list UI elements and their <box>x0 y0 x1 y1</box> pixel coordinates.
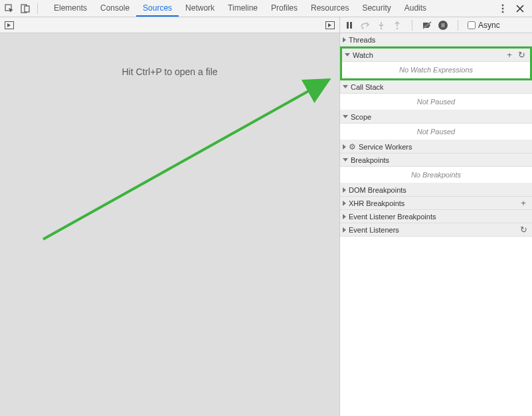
main-split: Hit Ctrl+P to open a file II <box>0 17 532 416</box>
panel-label: Call Stack <box>351 83 528 91</box>
panel-label: Service Workers <box>359 143 528 151</box>
panel-callstack[interactable]: Call Stack <box>340 80 532 94</box>
add-watch-icon[interactable]: + <box>505 51 514 59</box>
expand-icon <box>343 187 346 193</box>
inspect-element-icon[interactable] <box>4 3 15 14</box>
panel-watch[interactable]: Watch + ↻ <box>342 49 530 62</box>
panel-event-listener-breakpoints[interactable]: Event Listener Breakpoints <box>340 210 532 223</box>
collapse-icon <box>343 158 348 161</box>
panel-event-listeners[interactable]: Event Listeners ↻ <box>340 223 532 237</box>
async-checkbox[interactable]: Async <box>468 21 500 30</box>
tab-security[interactable]: Security <box>355 0 397 17</box>
add-xhr-breakpoint-icon[interactable]: + <box>519 199 528 207</box>
close-icon[interactable] <box>515 3 525 14</box>
async-checkbox-input[interactable] <box>468 21 476 29</box>
callstack-empty-state: Not Paused <box>340 94 532 110</box>
editor-toolbar <box>0 17 339 33</box>
step-into-icon[interactable] <box>376 20 387 31</box>
collapse-icon <box>345 53 350 56</box>
panel-label: Event Listeners <box>349 226 516 234</box>
step-over-icon[interactable] <box>360 20 371 31</box>
separator <box>37 3 38 14</box>
collapse-icon <box>343 115 348 118</box>
svg-point-4 <box>502 7 504 9</box>
panel-xhr-breakpoints[interactable]: XHR Breakpoints + <box>340 197 532 210</box>
pause-on-exceptions-icon[interactable]: II <box>438 20 448 31</box>
devtools-tabbar: Elements Console Sources Network Timelin… <box>0 0 532 17</box>
tab-audits[interactable]: Audits <box>398 0 433 17</box>
collapse-icon <box>343 85 348 88</box>
panel-tabs: Elements Console Sources Network Timelin… <box>47 0 433 17</box>
debugger-toolbar: II Async <box>340 17 532 33</box>
svg-point-5 <box>502 11 504 13</box>
tab-label: Resources <box>311 3 349 13</box>
pause-script-icon[interactable] <box>344 20 355 31</box>
expand-icon <box>343 227 346 233</box>
editor-pane: Hit Ctrl+P to open a file <box>0 17 339 416</box>
panel-label: Threads <box>349 36 528 44</box>
expand-icon <box>343 37 346 43</box>
tab-label: Security <box>362 3 391 13</box>
tab-label: Audits <box>404 3 426 13</box>
separator <box>458 20 458 31</box>
panel-label: DOM Breakpoints <box>349 186 528 194</box>
debugger-sidebar: II Async Threads Watch + ↻ No Watch Expr… <box>339 17 532 416</box>
tab-timeline[interactable]: Timeline <box>221 0 264 17</box>
svg-point-10 <box>362 27 364 29</box>
tab-network[interactable]: Network <box>179 0 221 17</box>
debugger-toggle-icon[interactable] <box>325 20 335 31</box>
refresh-watch-icon[interactable]: ↻ <box>517 51 526 59</box>
panel-threads[interactable]: Threads <box>340 33 532 47</box>
step-out-icon[interactable] <box>392 20 402 31</box>
deactivate-breakpoints-icon[interactable] <box>422 20 432 31</box>
panel-label: Scope <box>351 113 528 121</box>
panel-label: Breakpoints <box>351 156 528 164</box>
panel-scope[interactable]: Scope <box>340 110 532 124</box>
navigator-toggle-icon[interactable] <box>4 20 15 31</box>
tab-elements[interactable]: Elements <box>47 0 94 17</box>
tab-label: Console <box>100 3 130 13</box>
panel-label: Event Listener Breakpoints <box>349 213 528 221</box>
svg-rect-9 <box>350 22 352 29</box>
tab-label: Network <box>185 3 215 13</box>
panel-label: XHR Breakpoints <box>349 199 516 207</box>
svg-point-3 <box>502 4 504 6</box>
tab-label: Elements <box>54 3 87 13</box>
editor-body: Hit Ctrl+P to open a file <box>0 33 339 416</box>
panel-service-workers[interactable]: ⚙ Service Workers <box>340 140 532 154</box>
panel-dom-breakpoints[interactable]: DOM Breakpoints <box>340 183 532 197</box>
expand-icon <box>343 214 346 219</box>
separator <box>412 20 412 31</box>
expand-icon <box>343 201 346 206</box>
scope-empty-state: Not Paused <box>340 124 532 140</box>
gear-icon: ⚙ <box>349 142 356 152</box>
refresh-event-listeners-icon[interactable]: ↻ <box>519 225 528 234</box>
tab-resources[interactable]: Resources <box>304 0 355 17</box>
svg-point-12 <box>397 27 399 29</box>
panel-label: Watch <box>353 51 502 59</box>
panel-breakpoints[interactable]: Breakpoints <box>340 154 532 167</box>
tab-profiles[interactable]: Profiles <box>264 0 304 17</box>
more-menu-icon[interactable] <box>497 3 508 14</box>
expand-icon <box>343 144 346 150</box>
svg-rect-2 <box>25 6 29 12</box>
breakpoints-empty-state: No Breakpoints <box>340 167 532 183</box>
tab-sources[interactable]: Sources <box>136 0 179 17</box>
watch-empty-state: No Watch Expressions <box>342 62 530 78</box>
async-label: Async <box>478 21 500 30</box>
svg-point-11 <box>381 27 383 29</box>
tab-label: Sources <box>143 3 172 13</box>
device-mode-icon[interactable] <box>20 3 31 14</box>
watch-highlight: Watch + ↻ No Watch Expressions <box>340 47 532 80</box>
open-file-hint: Hit Ctrl+P to open a file <box>122 66 217 77</box>
tab-console[interactable]: Console <box>94 0 136 17</box>
svg-rect-8 <box>347 22 349 29</box>
tab-label: Profiles <box>271 3 298 13</box>
tab-label: Timeline <box>228 3 258 13</box>
